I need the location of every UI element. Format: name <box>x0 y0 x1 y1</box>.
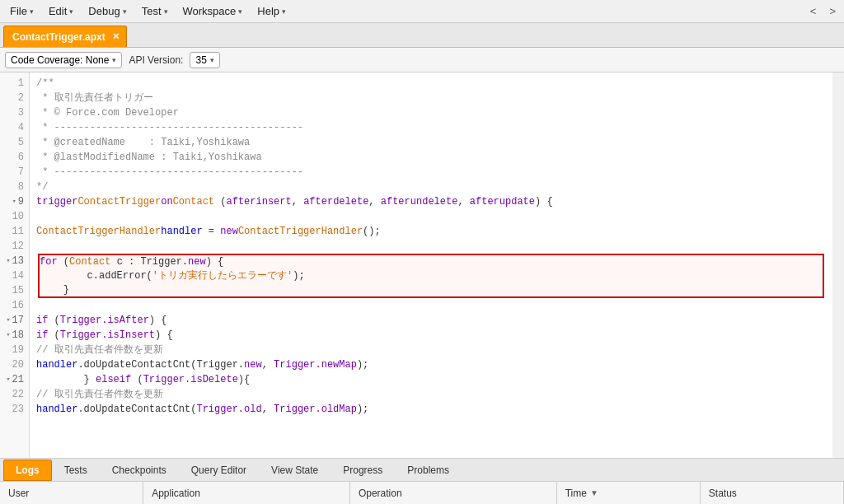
time-sort-icon: ▼ <box>590 488 598 497</box>
debug-arrow-icon: ▾ <box>123 7 127 16</box>
line-number-11: 11 <box>0 224 29 239</box>
code-line-6: * @lastModifiedName : Taiki,Yoshikawa <box>36 150 826 165</box>
menu-edit[interactable]: Edit ▾ <box>42 3 80 19</box>
code-line-7: * --------------------------------------… <box>36 165 826 180</box>
line-number-12: 12 <box>0 239 29 254</box>
line-number-2: 2 <box>0 91 29 105</box>
line-number-15: 15 <box>0 283 29 298</box>
code-line-19: // 取引先責任者件数を更新 <box>36 343 826 357</box>
nav-forward-button[interactable]: > <box>824 4 841 18</box>
code-line-12 <box>36 239 826 254</box>
line-number-5: 5 <box>0 135 29 150</box>
status-application: Application <box>143 482 350 504</box>
api-version-value: 35 <box>195 54 206 66</box>
menu-bar: File ▾ Edit ▾ Debug ▾ Test ▾ Workspace ▾… <box>0 0 844 23</box>
edit-arrow-icon: ▾ <box>69 7 73 16</box>
nav-back-button[interactable]: < <box>805 4 822 18</box>
line-number-21: ▾21 <box>0 372 29 387</box>
code-line-18: if (Trigger.isInsert) { <box>36 328 826 343</box>
code-line-11: ContactTriggerHandler handler = new Cont… <box>36 224 826 239</box>
workspace-arrow-icon: ▾ <box>238 7 242 16</box>
fold-arrow-icon[interactable]: ▾ <box>6 254 10 268</box>
file-arrow-icon: ▾ <box>30 7 34 16</box>
file-tab-contact-trigger[interactable]: ContactTrigger.apxt ✕ <box>3 26 127 47</box>
fold-arrow-icon[interactable]: ▾ <box>12 194 16 209</box>
bottom-tabs: LogsTestsCheckpointsQuery EditorView Sta… <box>0 458 844 481</box>
code-line-17: if (Trigger.isAfter) { <box>36 313 826 328</box>
line-number-13: ▾13 <box>0 254 29 268</box>
code-line-14: c.addError('トリガ実行したらエラーです'); <box>38 268 824 283</box>
status-user: User <box>0 482 143 504</box>
bottom-tab-query-editor[interactable]: Query Editor <box>179 460 259 481</box>
code-editor[interactable]: /** * 取引先責任者トリガー * © Force.com Developer… <box>30 72 832 458</box>
code-line-5: * @createdName : Taiki,Yoshikawa <box>36 135 826 150</box>
code-line-9: trigger ContactTrigger on Contact (after… <box>36 194 826 209</box>
code-line-8: */ <box>36 180 826 194</box>
file-tab-label: ContactTrigger.apxt <box>12 31 106 43</box>
status-operation: Operation <box>350 482 557 504</box>
status-time[interactable]: Time ▼ <box>557 482 701 504</box>
toolbar: Code Coverage: None ▾ API Version: 35 ▾ <box>0 48 844 72</box>
line-number-20: 20 <box>0 357 29 372</box>
line-number-1: 1 <box>0 76 29 91</box>
line-number-7: 7 <box>0 165 29 180</box>
code-line-1: /** <box>36 76 826 91</box>
help-arrow-icon: ▾ <box>282 7 286 16</box>
line-number-10: 10 <box>0 209 29 224</box>
line-number-14: 14 <box>0 268 29 283</box>
line-number-8: 8 <box>0 180 29 194</box>
line-number-19: 19 <box>0 343 29 357</box>
bottom-tab-view-state[interactable]: View State <box>259 460 331 481</box>
coverage-dropdown-icon: ▾ <box>112 56 116 64</box>
menu-debug[interactable]: Debug ▾ <box>82 3 133 19</box>
line-number-3: 3 <box>0 105 29 120</box>
menu-workspace[interactable]: Workspace ▾ <box>176 3 250 19</box>
code-line-21: } else if (Trigger.isDelete){ <box>36 372 826 387</box>
nav-buttons: < > <box>805 4 841 18</box>
file-tab-close-icon[interactable]: ✕ <box>112 31 120 42</box>
fold-arrow-icon[interactable]: ▾ <box>6 313 10 328</box>
code-line-20: handler.doUpdateContactCnt(Trigger.new, … <box>36 357 826 372</box>
menu-test[interactable]: Test ▾ <box>135 3 175 19</box>
bottom-tab-problems[interactable]: Problems <box>395 460 462 481</box>
line-number-6: 6 <box>0 150 29 165</box>
code-line-23: handler.doUpdateContactCnt(Trigger.old, … <box>36 402 826 417</box>
editor-area: 12345678▾9101112▾13141516▾17▾181920▾2122… <box>0 72 844 458</box>
line-number-16: 16 <box>0 298 29 313</box>
line-number-23: 23 <box>0 402 29 417</box>
code-line-15: } <box>38 283 824 298</box>
bottom-tab-progress[interactable]: Progress <box>331 460 395 481</box>
line-number-18: ▾18 <box>0 328 29 343</box>
bottom-tab-logs[interactable]: Logs <box>3 460 52 481</box>
bottom-tab-checkpoints[interactable]: Checkpoints <box>100 460 179 481</box>
test-arrow-icon: ▾ <box>164 7 168 16</box>
status-bar: User Application Operation Time ▼ Status <box>0 481 844 504</box>
api-version-dropdown[interactable]: 35 ▾ <box>190 52 219 68</box>
line-numbers: 12345678▾9101112▾13141516▾17▾181920▾2122… <box>0 72 30 458</box>
code-line-3: * © Force.com Developer <box>36 105 826 120</box>
fold-arrow-icon[interactable]: ▾ <box>6 372 10 387</box>
code-coverage-label: Code Coverage: None <box>11 54 109 66</box>
menu-help[interactable]: Help ▾ <box>251 3 293 19</box>
line-number-9: ▾9 <box>0 194 29 209</box>
status-status: Status <box>701 482 844 504</box>
code-line-16 <box>36 298 826 313</box>
line-number-22: 22 <box>0 387 29 402</box>
code-coverage-dropdown[interactable]: Code Coverage: None ▾ <box>5 52 122 68</box>
line-number-17: ▾17 <box>0 313 29 328</box>
bottom-tab-tests[interactable]: Tests <box>52 460 100 481</box>
fold-arrow-icon[interactable]: ▾ <box>6 328 10 343</box>
code-line-2: * 取引先責任者トリガー <box>36 91 826 105</box>
vertical-scrollbar[interactable] <box>832 72 844 458</box>
api-version-label: API Version: <box>129 54 183 66</box>
code-line-22: // 取引先責任者件数を更新 <box>36 387 826 402</box>
code-line-4: * --------------------------------------… <box>36 120 826 135</box>
code-line-10 <box>36 209 826 224</box>
tab-bar: ContactTrigger.apxt ✕ <box>0 23 844 48</box>
api-dropdown-icon: ▾ <box>210 56 214 64</box>
menu-file[interactable]: File ▾ <box>3 3 40 19</box>
code-line-13: for (Contact c : Trigger.new) { <box>38 254 824 268</box>
line-number-4: 4 <box>0 120 29 135</box>
